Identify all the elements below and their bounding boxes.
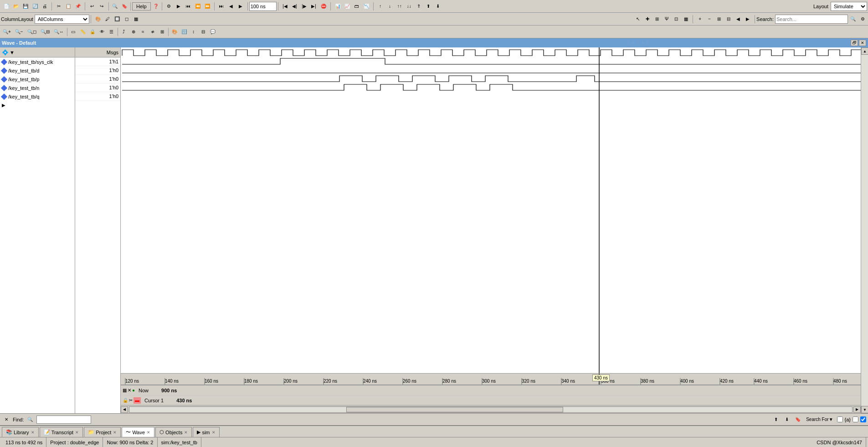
titlebar-drag[interactable]: ⋮⋮⋮⋮⋮	[426, 41, 850, 46]
search-input[interactable]	[775, 15, 848, 24]
bookmark-btn[interactable]: 🔖	[120, 2, 129, 11]
zoom2-btn[interactable]: 🔍−	[13, 27, 25, 36]
wave-tool3[interactable]: 🗃	[352, 2, 361, 11]
signal-item-1[interactable]: /key_test_tb/d	[0, 66, 75, 75]
undo-btn[interactable]: ↩	[87, 2, 97, 11]
refresh-btn[interactable]: 🔄	[31, 2, 40, 11]
nav1-btn[interactable]: ↑	[376, 2, 385, 11]
tab-sim[interactable]: ▶ sim ✕	[193, 427, 219, 437]
find-icon-btn[interactable]: 🔍	[26, 415, 35, 424]
zoom5-btn[interactable]: 🔍↔	[52, 27, 66, 36]
tab-sim-close[interactable]: ✕	[212, 430, 216, 435]
wave-tool4[interactable]: 📉	[362, 2, 371, 11]
wave-close-btn[interactable]: ✕	[859, 40, 866, 46]
zoom1-btn[interactable]: 🔍+	[1, 27, 13, 36]
cur-tool4[interactable]: Ψ	[662, 15, 671, 24]
zoom-in-btn[interactable]: +	[695, 15, 704, 24]
tab-project[interactable]: 📁 Project ✕	[84, 427, 121, 437]
lock-btn[interactable]: 🔒	[88, 27, 97, 36]
search-go-btn[interactable]: 🔍	[848, 15, 858, 24]
copy-btn[interactable]: 📋	[64, 2, 73, 11]
vscroll-up-btn[interactable]: ▲	[861, 47, 868, 55]
hscroll-track[interactable]	[129, 406, 853, 413]
signal-item-0[interactable]: /key_test_tb/sys_clk	[0, 57, 75, 66]
find-input[interactable]	[36, 416, 91, 424]
compile-btn[interactable]: ⚙	[164, 2, 174, 11]
zoom-full-btn[interactable]: ⊞	[714, 15, 724, 24]
print-btn[interactable]: 🖨	[40, 2, 49, 11]
redo-btn[interactable]: ↪	[97, 2, 106, 11]
waveform-area[interactable]	[121, 47, 861, 373]
step1-btn[interactable]: |◀	[281, 2, 290, 11]
tab-library[interactable]: 📚 Library ✕	[2, 427, 39, 437]
nav2-btn[interactable]: ↓	[385, 2, 395, 11]
new-btn[interactable]: 📄	[2, 2, 11, 11]
step-fwd-btn[interactable]: ⏩	[203, 2, 212, 11]
step2-btn[interactable]: ◀|	[290, 2, 299, 11]
find-close-btn[interactable]: ✕	[2, 415, 11, 424]
break-btn[interactable]: ⛔	[319, 2, 328, 11]
find-check3[interactable]	[860, 416, 866, 422]
tab-objects-close[interactable]: ✕	[184, 430, 188, 435]
run-fwd-btn[interactable]: ▶	[236, 2, 245, 11]
col-layout-select[interactable]: AllColumns	[35, 15, 89, 24]
height-btn[interactable]: ↕	[189, 27, 198, 36]
time-input[interactable]	[249, 2, 277, 11]
search-for-btn[interactable]: Search For ▼	[804, 415, 835, 424]
comment-btn[interactable]: 💬	[208, 27, 217, 36]
radix-btn[interactable]: 🔢	[180, 27, 189, 36]
fmt5-btn[interactable]: ▦	[132, 15, 141, 24]
vscroll-track[interactable]	[861, 55, 868, 406]
cur-tool5[interactable]: ⊡	[672, 15, 681, 24]
open-btn[interactable]: 📂	[11, 2, 21, 11]
zoom-sel-btn[interactable]: ⊟	[724, 15, 733, 24]
signal-item-3[interactable]: /key_test_tb/n	[0, 83, 75, 92]
find-check1[interactable]	[837, 416, 843, 422]
fmt1-btn[interactable]: 🎨	[93, 15, 103, 24]
sim-restart-btn[interactable]: ⏮	[184, 2, 193, 11]
nav4-btn[interactable]: ↓↓	[405, 2, 414, 11]
tab-transcript-close[interactable]: ✕	[75, 430, 79, 435]
step3-btn[interactable]: |▶	[300, 2, 309, 11]
zoom3-btn[interactable]: 🔍◻	[26, 27, 38, 36]
save-btn[interactable]: 💾	[21, 2, 30, 11]
layout-select[interactable]: Simulate	[831, 2, 867, 11]
vscroll-down-btn[interactable]: ▼	[861, 406, 868, 413]
tab-library-close[interactable]: ✕	[31, 430, 35, 435]
view-btn[interactable]: 👁	[98, 27, 107, 36]
cut-btn[interactable]: ✂	[54, 2, 63, 11]
signal-item-2[interactable]: /key_test_tb/p	[0, 75, 75, 83]
tab-project-close[interactable]: ✕	[113, 430, 117, 435]
nav7-btn[interactable]: ⬇	[433, 2, 442, 11]
search-opt-btn[interactable]: ⚙	[858, 15, 867, 24]
zoom-prev-btn[interactable]: ◀	[734, 15, 743, 24]
fmt4-btn[interactable]: ◻	[122, 15, 131, 24]
tab-transcript[interactable]: 📝 Transcript ✕	[40, 427, 83, 437]
cur-tool6[interactable]: ▦	[681, 15, 690, 24]
paste-btn[interactable]: 📌	[73, 2, 82, 11]
find-prev-btn[interactable]: ⬆	[771, 415, 781, 424]
zoom-next-btn[interactable]: ▶	[743, 15, 752, 24]
tab-wave[interactable]: 〜 Wave ✕	[122, 427, 154, 437]
find-next-btn[interactable]: ⬇	[782, 415, 791, 424]
wave-tool1[interactable]: 📊	[333, 2, 342, 11]
step-back-btn[interactable]: ⏪	[193, 2, 202, 11]
color-btn[interactable]: 🎨	[170, 27, 179, 36]
find-toolbar-btn[interactable]: 🔍	[110, 2, 119, 11]
help-icon-btn[interactable]: ❓	[151, 2, 160, 11]
cur-tool3[interactable]: ⊞	[652, 15, 662, 24]
run-all-btn[interactable]: ⏭	[217, 2, 226, 11]
nav5-btn[interactable]: ⇑	[414, 2, 423, 11]
hscroll-left-btn[interactable]: ◀	[121, 406, 128, 413]
wave-del-btn[interactable]: ≉	[148, 27, 157, 36]
nav3-btn[interactable]: ↑↑	[395, 2, 404, 11]
help-button[interactable]: Help	[132, 2, 151, 10]
fmt3-btn[interactable]: 🔲	[113, 15, 122, 24]
fmt2-btn[interactable]: 🖊	[103, 15, 112, 24]
zoom-out-btn[interactable]: −	[705, 15, 714, 24]
insert-btn[interactable]: ⊕	[129, 27, 138, 36]
wave-restore-btn[interactable]: 🗗	[851, 40, 858, 46]
sim-start-btn[interactable]: ▶	[174, 2, 183, 11]
find-check2[interactable]	[853, 416, 858, 422]
snap-btn[interactable]: ▭	[69, 27, 78, 36]
